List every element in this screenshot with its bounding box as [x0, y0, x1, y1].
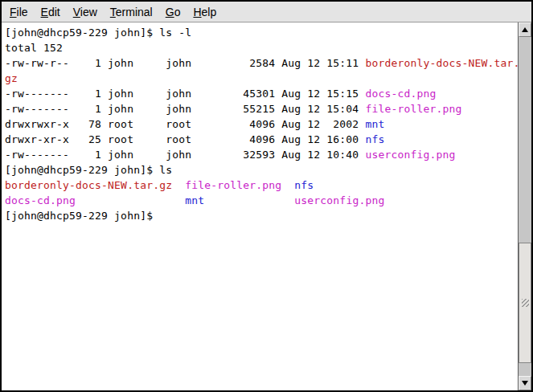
terminal-text-segment: -rw------- 1 john john 45301 Aug 12 15:1…	[5, 88, 365, 100]
terminal-text-segment	[172, 179, 185, 191]
scrollbar[interactable]	[519, 22, 531, 390]
terminal-text-segment: userconfig.png	[294, 194, 384, 206]
terminal-text-segment: [john@dhcp59-229 john]$	[5, 210, 159, 222]
scrollbar-grip-icon	[522, 299, 529, 307]
terminal-text-segment: mnt	[365, 118, 384, 130]
menu-mnemonic: V	[73, 6, 80, 18]
terminal-output: [john@dhcp59-229 john]$ ls -l total 152 …	[2, 22, 518, 223]
terminal-text-segment	[204, 194, 294, 206]
terminal-text-segment: gz	[5, 72, 18, 84]
terminal-text-segment: drwxrwxr-x 78 root root 4096 Aug 12 2002	[5, 118, 365, 130]
terminal-text-segment: [john@dhcp59-229 john]$ ls	[5, 164, 172, 176]
terminal-text-segment: -rw------- 1 john john 55215 Aug 12 15:0…	[5, 103, 365, 115]
menu-mnemonic: H	[193, 6, 201, 18]
scroll-up-button[interactable]	[519, 22, 531, 37]
menu-edit[interactable]: Edit	[35, 3, 67, 21]
menu-view[interactable]: View	[67, 3, 104, 21]
menu-mnemonic: T	[110, 6, 116, 18]
menu-help[interactable]: Help	[187, 3, 223, 21]
terminal-text-segment: -rw------- 1 john john 32593 Aug 12 10:4…	[5, 149, 365, 161]
terminal-text-segment: -rw-rw-r-- 1 john john 2584 Aug 12 15:11	[5, 57, 365, 69]
terminal-text-segment: drwxr-xr-x 25 root root 4096 Aug 12 16:0…	[5, 133, 365, 145]
scrollbar-trough[interactable]	[519, 37, 531, 376]
terminal-text-segment: total 152	[5, 42, 63, 54]
terminal-text-segment: mnt	[185, 194, 204, 206]
terminal-view[interactable]: [john@dhcp59-229 john]$ ls -l total 152 …	[2, 22, 519, 390]
terminal-text-segment	[76, 194, 185, 206]
menu-terminal[interactable]: Terminal	[104, 3, 159, 21]
terminal-text-segment: nfs	[365, 133, 384, 145]
menu-bar: FileEditViewTerminalGoHelp	[2, 2, 531, 22]
menu-go[interactable]: Go	[159, 3, 187, 21]
menu-mnemonic: F	[10, 6, 17, 18]
terminal-text-segment: file-roller.png	[185, 179, 281, 191]
scroll-down-button[interactable]	[519, 376, 531, 390]
terminal-text-segment: borderonly-docs-NEW.tar.	[365, 57, 519, 69]
menu-file[interactable]: File	[3, 3, 35, 21]
terminal-window: FileEditViewTerminalGoHelp [john@dhcp59-…	[0, 0, 533, 392]
menu-mnemonic: G	[166, 6, 174, 18]
terminal-text-segment: borderonly-docs-NEW.tar.gz	[5, 179, 172, 191]
terminal-text-segment: nfs	[294, 179, 314, 191]
terminal-text-segment: docs-cd.png	[5, 194, 76, 206]
terminal-text-segment: docs-cd.png	[365, 88, 436, 100]
scrollbar-thumb[interactable]	[519, 243, 531, 363]
terminal-text-segment: userconfig.png	[365, 149, 455, 161]
menu-mnemonic: E	[41, 6, 48, 18]
arrow-down-icon	[522, 381, 528, 386]
terminal-text-segment: file-roller.png	[365, 103, 461, 115]
arrow-up-icon	[522, 27, 528, 32]
terminal-text-segment: [john@dhcp59-229 john]$ ls -l	[5, 27, 191, 39]
main-area: [john@dhcp59-229 john]$ ls -l total 152 …	[2, 22, 531, 390]
terminal-text-segment	[281, 179, 294, 191]
